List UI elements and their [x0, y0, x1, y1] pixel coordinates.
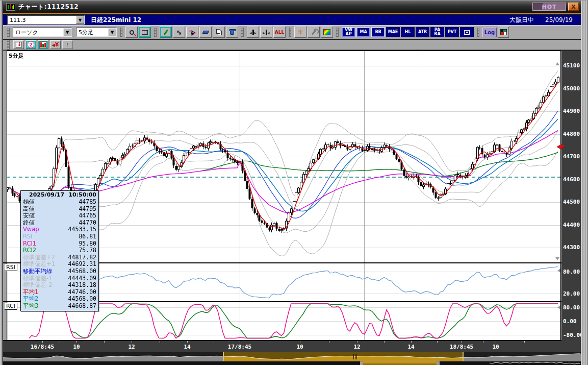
candle-expand-icon: ▸◂	[263, 30, 269, 35]
tooltip-row-value: 44795	[79, 206, 96, 213]
scrollbar-thumb[interactable]	[360, 361, 440, 365]
select-button[interactable]	[186, 27, 198, 38]
tooltip-row: RCI195.80	[21, 240, 98, 248]
tooltip-row: 標準偏差+244817.82	[21, 254, 98, 261]
tooltip-row-label: 始値	[23, 199, 35, 206]
navigator-grip[interactable]	[353, 354, 358, 359]
pencil-icon	[163, 29, 168, 35]
toolbar-grip[interactable]	[336, 28, 339, 37]
export-chart-button[interactable]	[13, 40, 24, 49]
atr-button[interactable]: ATR	[416, 27, 429, 37]
toolbar-grip[interactable]	[7, 40, 10, 50]
trendline-button[interactable]: ↔	[173, 27, 185, 38]
tooltip-row-label: 標準偏差-1	[23, 275, 52, 282]
mae-button[interactable]: MAE	[386, 27, 400, 37]
candle-narrow-button[interactable]: ◂▸	[247, 27, 259, 38]
symbol-combobox[interactable]: 111.3 ▼	[7, 15, 85, 25]
cursor-icon	[189, 29, 196, 36]
show-all-button[interactable]: ALL	[273, 27, 286, 38]
web-layout-button[interactable]: ✳	[294, 27, 306, 38]
tooltip-row: 標準偏差+144692.31	[21, 261, 98, 268]
delete-button[interactable]	[226, 27, 238, 38]
warning-icon	[64, 42, 71, 48]
scroll-left-icon[interactable]	[557, 305, 560, 309]
toolbar-grip[interactable]	[7, 28, 10, 37]
vwap-button[interactable]: VW AP	[342, 27, 355, 37]
chevron-down-icon[interactable]: ▼	[108, 28, 116, 36]
color-gradient-button[interactable]	[321, 27, 333, 38]
toolbar-grip[interactable]	[120, 28, 122, 37]
candlestick-app-icon	[6, 3, 15, 11]
hl-button[interactable]: HL	[401, 27, 415, 37]
alert-button[interactable]	[62, 40, 73, 49]
candle-compress-icon: ◂▸	[249, 30, 256, 35]
candle-chart-button[interactable]	[38, 40, 48, 49]
tooltip-row: 平均344668.87	[21, 303, 98, 310]
tooltip-row-label: 平均2	[23, 296, 38, 303]
scroll-up-icon[interactable]	[555, 62, 559, 65]
pvt-button[interactable]: PVT	[445, 27, 459, 37]
title-bar[interactable]: チャート:1112512 HOT X	[3, 1, 581, 14]
frame-button[interactable]	[460, 27, 474, 37]
toolbar-grip[interactable]	[154, 28, 157, 37]
horizontal-scrollbar[interactable]	[3, 361, 581, 365]
para-button[interactable]: PA RA	[430, 27, 444, 37]
chart-colors-button[interactable]	[498, 27, 509, 38]
hot-button[interactable]: HOT	[532, 3, 566, 11]
instrument-label: 日経225mini 12	[91, 16, 141, 25]
x-axis-tick	[524, 341, 525, 343]
ma-button[interactable]: MA	[356, 27, 370, 37]
tooltip-row-value: 44568.00	[68, 296, 96, 303]
x-axis-tick	[357, 341, 357, 343]
y-axis-label: 45000	[563, 85, 580, 92]
chart-type-combobox[interactable]: ローソク ▼	[13, 28, 72, 37]
eraser-icon	[202, 31, 209, 34]
yen-order-icon: ◀¥	[52, 41, 59, 48]
tooltip-row: RSI86.81	[21, 233, 98, 240]
tooltip-row-value: 86.81	[79, 233, 96, 240]
bb-button[interactable]: BB	[371, 27, 385, 37]
toolbar-grip[interactable]	[477, 28, 479, 37]
x-axis-tick	[462, 341, 462, 343]
x-axis-tick	[214, 341, 214, 343]
timeframe-combobox[interactable]: 5分足 ▼	[76, 28, 117, 37]
grid-button[interactable]	[139, 27, 151, 38]
x-axis-label: 10	[286, 344, 314, 350]
tooltip-row-value: 44692.31	[68, 261, 96, 268]
toolbar-grip[interactable]	[241, 28, 244, 37]
scroll-down-icon[interactable]	[555, 257, 559, 260]
price-axis[interactable]: 4510045000449004480044700446004450044400…	[561, 51, 581, 341]
trash-icon	[230, 30, 234, 35]
compare-chart-button[interactable]: 2	[25, 40, 36, 49]
candle-widen-button[interactable]: ▸◂	[260, 27, 272, 38]
y-axis-label: 45100	[563, 62, 580, 69]
navigator-canvas[interactable]	[3, 352, 581, 361]
tooltip-row-value: 44533.15	[68, 226, 96, 233]
session-label: 大阪日中	[509, 16, 534, 25]
tooltip-row: 標準偏差-244318.18	[21, 282, 98, 289]
window-title: チャート:1112512	[18, 3, 79, 11]
draw-button[interactable]	[160, 27, 172, 38]
chevron-down-icon[interactable]: ▼	[63, 28, 71, 36]
tooltip-row: 高値44795	[21, 206, 98, 213]
tooltip-row-value: 44770	[79, 220, 96, 227]
erase-button[interactable]	[199, 27, 212, 38]
tooltip-row-label: 平均3	[23, 303, 38, 310]
copy-button[interactable]	[213, 27, 225, 38]
chart-download-icon	[16, 42, 22, 47]
order-button[interactable]: ◀¥	[50, 40, 61, 49]
chevron-down-icon[interactable]: ▼	[76, 16, 84, 24]
all-label: ALL	[275, 30, 284, 35]
tooltip-row-label: RCI1	[23, 240, 36, 248]
tooltip-row: 移動平均線44568.00	[21, 268, 98, 275]
zoom-button[interactable]	[125, 27, 138, 38]
settings-button[interactable]	[308, 27, 320, 38]
window-right-scrollbar[interactable]	[581, 1, 588, 365]
toolbar-grip[interactable]	[289, 28, 291, 37]
tooltip-row: 安値44765	[21, 212, 98, 220]
time-axis[interactable]: 16/8:4510121417/8:4510121418/8:4510	[3, 341, 581, 352]
scroll-left-icon[interactable]	[557, 269, 560, 273]
log-scale-button[interactable]: Log	[482, 28, 497, 37]
tooltip-row-value: 44765	[79, 212, 96, 220]
close-button[interactable]: X	[568, 3, 579, 11]
